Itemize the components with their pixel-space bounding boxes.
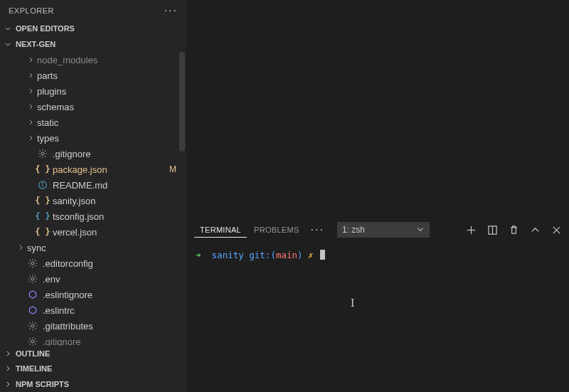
main-area: TERMINAL PROBLEMS ··· 1: zsh — [187, 0, 569, 392]
tree-item-label: .gitignore — [53, 149, 90, 159]
svg-point-8 — [31, 324, 34, 327]
tree-item-label: package.json — [53, 164, 107, 175]
close-icon[interactable] — [551, 224, 562, 235]
chevron-down-icon — [3, 39, 13, 49]
chevron-right-icon — [26, 70, 36, 80]
folder-item[interactable]: sync — [0, 240, 186, 255]
file-item[interactable]: .gitignore — [0, 146, 186, 161]
file-item[interactable]: .env — [0, 271, 186, 287]
svg-point-4 — [31, 262, 34, 265]
section-timeline[interactable]: TIMELINE — [0, 361, 186, 377]
tree-item-label: sync — [27, 243, 46, 253]
scrollbar[interactable] — [179, 52, 185, 152]
vscode-watermark-icon — [293, 14, 464, 186]
bottom-panel: TERMINAL PROBLEMS ··· 1: zsh — [187, 217, 569, 392]
split-terminal-icon[interactable] — [486, 224, 498, 235]
folder-item[interactable]: node_modules — [0, 52, 186, 68]
tree-item-label: types — [37, 133, 59, 144]
chevron-down-icon — [416, 225, 425, 235]
chevron-right-icon — [3, 364, 13, 374]
section-label: NPM SCRIPTS — [16, 380, 69, 388]
svg-point-0 — [41, 152, 44, 155]
tab-terminal[interactable]: TERMINAL — [194, 223, 247, 238]
svg-marker-7 — [29, 307, 36, 314]
file-item[interactable]: .gitattributes — [0, 318, 186, 334]
editor-area — [187, 0, 569, 217]
svg-point-3 — [42, 183, 43, 184]
chevron-right-icon — [16, 243, 26, 253]
section-outline[interactable]: OUTLINE — [0, 346, 186, 361]
prompt-dir: sanity — [212, 250, 244, 260]
folder-item[interactable]: plugins — [0, 83, 186, 99]
section-project[interactable]: NEXT-GEN — [0, 36, 186, 52]
section-open-editors[interactable]: OPEN EDITORS — [0, 21, 186, 37]
tree-item-label: .env — [43, 274, 60, 285]
explorer-sidebar: EXPLORER ··· OPEN EDITORS NEXT-GEN node_… — [0, 0, 187, 392]
explorer-header: EXPLORER ··· — [0, 0, 186, 21]
folder-item[interactable]: schemas — [0, 99, 186, 115]
tree-item-label: node_modules — [37, 55, 97, 65]
svg-point-9 — [31, 340, 34, 343]
svg-point-5 — [31, 277, 34, 280]
tab-problems[interactable]: PROBLEMS — [248, 223, 305, 237]
chevron-right-icon — [26, 117, 36, 127]
file-item[interactable]: .editorconfig — [0, 255, 186, 271]
tree-item-label: .gitattributes — [43, 321, 93, 332]
tree-item-label: vercel.json — [53, 227, 97, 238]
file-item[interactable]: { }sanity.json — [0, 193, 186, 208]
file-tree[interactable]: node_modulespartspluginsschemasstatictyp… — [0, 52, 186, 346]
shell-selector[interactable]: 1: zsh — [337, 222, 430, 238]
prompt-git-prefix: git:( — [249, 250, 276, 260]
tree-item-label: sanity.json — [53, 196, 95, 206]
prompt-arrow: ➜ — [196, 250, 201, 260]
chevron-right-icon — [26, 133, 36, 143]
panel-tabs: TERMINAL PROBLEMS ··· 1: zsh — [187, 218, 569, 242]
folder-item[interactable]: parts — [0, 68, 186, 83]
folder-item[interactable]: static — [0, 115, 186, 130]
explorer-title: EXPLORER — [9, 6, 54, 15]
shell-selector-label: 1: zsh — [342, 225, 365, 235]
prompt-branch: main — [276, 250, 297, 260]
panel-actions — [465, 224, 562, 235]
chevron-right-icon — [3, 349, 13, 359]
file-item[interactable]: { }vercel.json — [0, 224, 186, 240]
prompt-dirty: ✗ — [308, 250, 314, 260]
chevron-up-icon[interactable] — [529, 224, 541, 235]
text-caret-icon: I — [351, 293, 354, 312]
chevron-down-icon — [3, 23, 13, 33]
section-label: OPEN EDITORS — [16, 24, 75, 33]
tree-item-label: plugins — [37, 86, 66, 97]
chevron-right-icon — [26, 55, 36, 65]
section-label: NEXT-GEN — [16, 40, 55, 48]
chevron-right-icon — [26, 86, 36, 96]
file-item[interactable]: { }package.jsonM — [0, 161, 186, 177]
tree-item-label: static — [37, 117, 58, 128]
section-npm-scripts[interactable]: NPM SCRIPTS — [0, 376, 186, 392]
tree-item-label: schemas — [37, 102, 74, 112]
tree-item-label: .eslintignore — [43, 290, 92, 300]
tree-item-label: .eslintrc — [43, 305, 75, 316]
tree-item-label: README.md — [53, 180, 107, 191]
file-item[interactable]: README.md — [0, 177, 186, 193]
tree-item-label: parts — [37, 70, 58, 81]
new-terminal-icon[interactable] — [465, 224, 477, 235]
section-label: OUTLINE — [16, 349, 50, 358]
folder-item[interactable]: types — [0, 130, 186, 146]
terminal-body[interactable]: ➜ sanity git:(main) ✗ I — [187, 242, 569, 392]
prompt-git-suffix: ) — [297, 250, 303, 260]
tree-item-label: .gitignore — [43, 337, 80, 346]
file-item[interactable]: .gitignore — [0, 334, 186, 346]
trash-icon[interactable] — [508, 224, 519, 235]
terminal-cursor — [320, 250, 325, 260]
section-label: TIMELINE — [16, 364, 52, 373]
file-item[interactable]: .eslintignore — [0, 287, 186, 302]
file-item[interactable]: { }tsconfig.json — [0, 208, 186, 224]
tree-item-label: .editorconfig — [43, 258, 93, 269]
chevron-right-icon — [26, 102, 36, 112]
file-item[interactable]: .eslintrc — [0, 302, 186, 318]
tree-item-label: tsconfig.json — [53, 211, 104, 222]
git-status-badge: M — [169, 164, 179, 174]
chevron-right-icon — [3, 379, 13, 389]
svg-marker-6 — [29, 291, 36, 299]
